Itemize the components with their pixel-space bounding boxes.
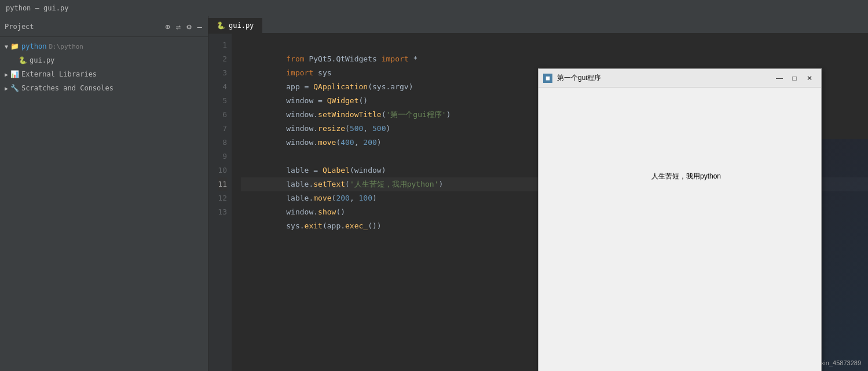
- ln-4: 4: [222, 80, 227, 94]
- sidebar: Project ⊕ ⇌ ⚙ — ▼ 📁 python D:\python 🐍 g…: [0, 16, 208, 371]
- restore-button[interactable]: □: [788, 72, 801, 85]
- sidebar-item-external-libs[interactable]: ▶ 📊 External Libraries: [0, 67, 208, 81]
- main-layout: Project ⊕ ⇌ ⚙ — ▼ 📁 python D:\python 🐍 g…: [0, 16, 868, 371]
- gui-body: 人生苦短，我用python: [539, 88, 821, 371]
- expand-arrow-scratch: ▶: [5, 85, 8, 92]
- toolbar-icons: ⊕ ⇌ ⚙ —: [164, 21, 203, 32]
- ln-7: 7: [222, 122, 227, 136]
- expand-arrow-libs: ▶: [5, 71, 8, 78]
- editor-area: 🐍 gui.py 1 2 3 4 5 6 7 8 9 10 11 12 13: [208, 16, 868, 371]
- sidebar-item-gui-py[interactable]: 🐍 gui.py: [0, 53, 208, 67]
- scratches-label: Scratches and Consoles: [21, 84, 113, 92]
- project-path: D:\python: [49, 43, 83, 50]
- gui-window[interactable]: ■ 第一个gui程序 — □ ✕ 人生苦短，我用python: [538, 68, 822, 371]
- add-icon[interactable]: ⊕: [164, 21, 171, 32]
- external-libs-label: External Libraries: [21, 70, 97, 78]
- file-name-gui: gui.py: [30, 56, 54, 64]
- title-text: python – gui.py: [6, 4, 68, 12]
- ln-12: 12: [218, 191, 227, 205]
- gui-controls: — □ ✕: [772, 72, 816, 85]
- sidebar-content: ▼ 📁 python D:\python 🐍 gui.py ▶ 📊 Extern…: [0, 37, 208, 371]
- sidebar-toolbar: Project ⊕ ⇌ ⚙ —: [0, 16, 208, 37]
- ln-10: 10: [218, 163, 227, 177]
- ln-3: 3: [222, 66, 227, 80]
- ln-1: 1: [222, 38, 227, 52]
- tab-icon: 🐍: [217, 21, 225, 30]
- minimize-button[interactable]: —: [772, 72, 786, 85]
- settings-icon[interactable]: ⚙: [185, 21, 192, 32]
- tab-bar: 🐍 gui.py: [208, 16, 868, 34]
- gui-titlebar: ■ 第一个gui程序 — □ ✕: [539, 69, 821, 88]
- ln-13: 13: [218, 205, 227, 219]
- folder-icon: 📁: [10, 42, 19, 50]
- code-area[interactable]: 1 2 3 4 5 6 7 8 9 10 11 12 13 from PyQt5…: [208, 34, 868, 371]
- collapse-icon[interactable]: —: [196, 21, 203, 32]
- library-icon: 📊: [10, 70, 19, 78]
- title-bar: python – gui.py: [0, 0, 868, 16]
- gui-title: 第一个gui程序: [557, 73, 768, 83]
- ln-11: 11: [218, 177, 227, 191]
- tab-label: gui.py: [229, 21, 254, 30]
- scratch-icon: 🔧: [10, 84, 19, 92]
- line-numbers: 1 2 3 4 5 6 7 8 9 10 11 12 13: [208, 34, 232, 371]
- sync-icon[interactable]: ⇌: [175, 21, 182, 32]
- sidebar-item-scratches[interactable]: ▶ 🔧 Scratches and Consoles: [0, 81, 208, 95]
- tab-gui-py[interactable]: 🐍 gui.py: [208, 18, 262, 33]
- gui-label-text: 人生苦短，我用python: [651, 172, 721, 181]
- ln-8: 8: [222, 136, 227, 150]
- ln-9: 9: [222, 150, 227, 163]
- close-button[interactable]: ✕: [803, 72, 816, 85]
- ln-5: 5: [222, 94, 227, 108]
- project-name: python: [21, 42, 46, 50]
- gui-app-icon: ■: [543, 74, 552, 83]
- sidebar-item-python-root[interactable]: ▼ 📁 python D:\python: [0, 39, 208, 53]
- project-label: Project: [5, 23, 159, 31]
- code-line-1: from PyQt5.QtWidgets import *: [241, 38, 868, 52]
- collapse-arrow: ▼: [5, 43, 8, 50]
- ln-6: 6: [222, 108, 227, 122]
- ln-2: 2: [222, 52, 227, 66]
- python-file-icon: 🐍: [19, 56, 27, 64]
